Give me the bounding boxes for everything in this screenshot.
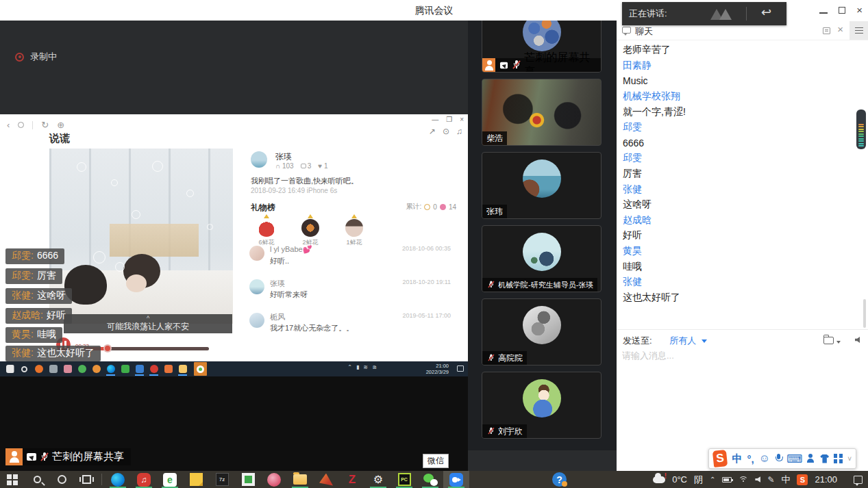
restore-icon[interactable]: ❐ [446, 116, 452, 123]
shared-taskbar-icon[interactable] [5, 363, 14, 374]
weather-icon[interactable] [653, 476, 665, 483]
bubble [152, 161, 163, 172]
send-to-dropdown[interactable]: 所有人 [669, 335, 696, 346]
avatar[interactable] [251, 151, 267, 168]
taskbar-app-icon[interactable] [183, 471, 209, 488]
emoji-icon[interactable]: ☺ [759, 452, 770, 465]
minimize-icon[interactable]: — [432, 116, 438, 123]
gift-entry[interactable]: 6鲜花 [251, 214, 282, 247]
help-icon[interactable]: ? [552, 472, 567, 487]
chat-menu-button[interactable] [850, 21, 868, 40]
sogou-tray-icon[interactable]: S [797, 474, 808, 485]
participant-tile[interactable]: 柴浩 [482, 79, 602, 146]
taskbar-app-icon[interactable] [287, 471, 313, 488]
shared-taskbar-icon[interactable] [63, 363, 72, 374]
globe-icon[interactable]: ⊕ [57, 120, 64, 130]
minimize-button[interactable] [819, 12, 828, 14]
share-icon[interactable]: ↗ [429, 127, 436, 136]
skin-icon[interactable] [820, 454, 829, 463]
chat-input[interactable] [621, 350, 860, 361]
participant-name: 高院院 [498, 352, 523, 364]
progress-knob[interactable] [103, 344, 112, 352]
tray-expand-icon[interactable]: ⌃ [710, 476, 715, 483]
shared-taskbar-icon[interactable] [121, 363, 129, 374]
participant-tile[interactable]: 机械学院-研究生辅导员-张瑛 [482, 225, 602, 292]
shared-taskbar-icon[interactable] [149, 363, 158, 374]
shared-taskbar-icon[interactable] [106, 363, 115, 374]
window-controls: × [819, 4, 865, 16]
taskbar-app-icon[interactable]: e [157, 471, 183, 488]
taskbar-app-icon[interactable] [235, 471, 261, 488]
taskbar-app-icon[interactable] [313, 471, 339, 488]
clock[interactable]: 21:00 [815, 474, 837, 485]
action-center-icon[interactable] [854, 476, 863, 484]
sound-icon[interactable] [855, 337, 860, 343]
participant-tile[interactable]: 刘宇欣 [482, 372, 602, 439]
comment-avatar[interactable] [249, 246, 264, 261]
cortana-icon[interactable] [49, 471, 74, 488]
shared-taskbar-icon[interactable] [178, 363, 187, 374]
keyboard-icon[interactable]: ⌨ [786, 452, 802, 465]
taskbar-app-icon[interactable] [105, 471, 131, 488]
gift-icon[interactable]: ⊙ [443, 127, 449, 136]
battery-icon[interactable] [722, 477, 732, 483]
wifi-icon[interactable] [739, 476, 748, 483]
pen-icon[interactable]: ✎ [767, 475, 774, 485]
close-chat-icon[interactable]: × [837, 23, 843, 35]
start-button[interactable] [0, 471, 25, 488]
taskbar-app-icon[interactable]: ⚙ [365, 471, 391, 488]
shared-taskbar-icon[interactable] [20, 363, 29, 374]
taskbar-app-icon[interactable]: 7z [209, 471, 235, 488]
weather-cond[interactable]: 阴 [694, 474, 703, 486]
close-icon[interactable]: × [460, 116, 464, 123]
shared-taskbar-icon[interactable] [164, 363, 173, 374]
shared-taskbar-icon[interactable] [194, 362, 207, 376]
ime-punct-toggle[interactable]: °, [747, 453, 754, 465]
comment-avatar[interactable] [249, 279, 264, 294]
maximize-button[interactable] [839, 7, 845, 14]
comment-author: l yl yBabe💕 [270, 245, 312, 254]
gift-entry[interactable]: 2鲜花 [295, 214, 326, 247]
return-arrow-icon[interactable]: ↩ [761, 5, 771, 20]
sogou-logo-icon[interactable]: S [712, 450, 728, 467]
comment-avatar[interactable] [249, 313, 264, 328]
link-icon[interactable] [18, 122, 24, 128]
overlay-sender: 张健: [12, 290, 34, 300]
shared-taskbar-icon[interactable] [92, 363, 101, 374]
taskbar-app-icon[interactable] [261, 471, 287, 488]
close-button[interactable]: × [856, 5, 863, 15]
gift-entry[interactable]: 1鲜花 [338, 214, 370, 247]
muted-mic-icon [40, 452, 49, 462]
participant-tile[interactable]: 张玮 [482, 152, 602, 219]
music-icon[interactable]: ♫ [456, 127, 462, 136]
chat-scrollbar[interactable] [863, 299, 866, 328]
progress-track[interactable] [84, 347, 209, 350]
ime-language-icon[interactable]: 中 [781, 474, 790, 486]
toolbox-icon[interactable] [834, 454, 837, 458]
popout-icon[interactable] [823, 27, 830, 34]
taskbar-app-icon[interactable]: PC [391, 471, 417, 488]
refresh-icon[interactable]: ↻ [41, 120, 49, 130]
taskbar-app-icon[interactable]: ♫ [131, 471, 157, 488]
voice-input-icon[interactable] [775, 454, 782, 464]
participant-tile[interactable]: 高院院 [482, 298, 602, 365]
shared-taskbar-icon[interactable] [34, 363, 43, 374]
shared-taskbar-icon[interactable] [77, 363, 86, 374]
back-icon[interactable]: ‹ [7, 120, 10, 130]
search-icon[interactable] [25, 471, 49, 488]
speaker-icon[interactable] [755, 476, 760, 483]
taskbar-app-icon[interactable] [443, 471, 469, 488]
chevron-down-icon[interactable]: ˅ [847, 455, 852, 463]
chevron-down-icon[interactable] [702, 339, 707, 343]
collapse-caret[interactable]: ^ [64, 316, 232, 322]
shared-taskbar-icon[interactable] [49, 363, 58, 374]
taskbar-app-icon[interactable]: Z [339, 471, 365, 488]
ime-mode-toggle[interactable]: 中 [732, 452, 742, 465]
weather-temp[interactable]: 0°C [672, 474, 687, 485]
shared-taskbar-icon[interactable] [135, 363, 144, 374]
taskbar-app-icon[interactable] [417, 471, 443, 488]
phrases-icon[interactable] [807, 454, 815, 463]
task-view-icon[interactable] [74, 471, 99, 488]
send-file-icon[interactable] [823, 337, 834, 344]
chevron-down-icon[interactable] [836, 341, 841, 344]
